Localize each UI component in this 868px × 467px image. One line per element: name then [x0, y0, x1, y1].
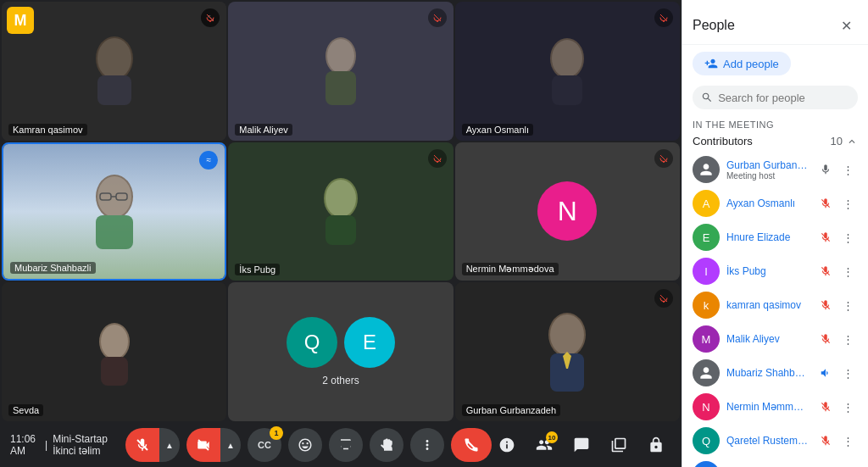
- mic-group: ▲: [125, 428, 180, 462]
- person-mic-button[interactable]: [815, 329, 836, 349]
- list-item[interactable]: E Hnure Elizade ⋮: [682, 220, 868, 254]
- person-info: Malik Aliyev: [726, 333, 809, 345]
- person-name: Gurban Gurbanzad... (You): [726, 159, 809, 171]
- bottom-right-controls: 10: [492, 430, 671, 460]
- list-item[interactable]: A Ayxan Osmanlı ⋮: [682, 186, 868, 220]
- person-more-button[interactable]: ⋮: [837, 261, 858, 281]
- avatar: [693, 359, 720, 386]
- list-item[interactable]: N Nermin Məmmədova ⋮: [682, 390, 868, 424]
- cc-button[interactable]: CC 1: [248, 428, 281, 462]
- list-item[interactable]: M Malik Aliyev ⋮: [682, 322, 868, 356]
- video-cell-kamran[interactable]: ⤡ Kamran qasimov: [2, 2, 226, 141]
- video-area: ⤡ Kamran qasimov: [0, 0, 682, 467]
- mic-overlay-nermin: [654, 149, 673, 168]
- person-more-button[interactable]: ⋮: [837, 227, 858, 247]
- person-mic-button[interactable]: [815, 295, 836, 315]
- person-name: Nermin Məmmədova: [726, 401, 809, 413]
- activities-button[interactable]: [604, 430, 634, 460]
- person-more-button[interactable]: ⋮: [837, 431, 858, 451]
- video-grid: ⤡ Kamran qasimov: [0, 0, 682, 423]
- person-more-button[interactable]: ⋮: [837, 295, 858, 315]
- meet-logo: M: [7, 7, 34, 34]
- avatar: E: [693, 224, 720, 251]
- collapse-icon[interactable]: [846, 136, 858, 147]
- camera-group: ▲: [186, 428, 241, 462]
- add-people-label: Add people: [723, 58, 779, 70]
- close-panel-button[interactable]: ✕: [834, 14, 858, 37]
- person-info: Hnure Elizade: [726, 231, 809, 243]
- video-cell-malik[interactable]: Malik Aliyev: [228, 2, 453, 141]
- video-cell-ayxan[interactable]: Ayxan Osmanlı: [455, 2, 680, 141]
- svg-rect-17: [96, 215, 133, 249]
- svg-point-24: [101, 325, 128, 359]
- add-people-button[interactable]: Add people: [693, 52, 791, 75]
- video-cell-gurban[interactable]: Gurban Gurbanzadeh: [455, 282, 680, 421]
- video-cell-nermin[interactable]: N Nermin Məmmədova: [455, 142, 680, 281]
- end-call-button[interactable]: [451, 428, 492, 462]
- person-more-button[interactable]: ⋮: [837, 159, 858, 180]
- search-box[interactable]: [693, 86, 858, 109]
- list-item[interactable]: Gurban Gurbanzad... (You) Meeting host ⋮: [682, 153, 868, 186]
- avatar: N: [693, 393, 720, 420]
- panel-header: People ✕: [682, 0, 868, 45]
- video-cell-iks[interactable]: İks Pubg: [228, 142, 453, 281]
- person-name: Qaretel Rustemova: [726, 435, 809, 447]
- meeting-title: Mini-Startap İkinci təlim: [53, 433, 125, 457]
- name-malik: Malik Aliyev: [235, 124, 292, 136]
- chat-button[interactable]: [566, 430, 597, 460]
- search-input[interactable]: [718, 92, 849, 104]
- person-more-button[interactable]: ⋮: [837, 363, 858, 383]
- person-actions: ⋮: [815, 227, 858, 247]
- raise-hand-button[interactable]: [370, 428, 403, 462]
- camera-chevron[interactable]: ▲: [220, 428, 241, 462]
- mic-chevron[interactable]: ▲: [159, 428, 180, 462]
- list-item[interactable]: I İks Pubg ⋮: [682, 254, 868, 288]
- video-cell-sevda[interactable]: Sevda: [2, 282, 226, 421]
- list-item[interactable]: S Sevda ⋮: [682, 458, 868, 467]
- person-more-button[interactable]: ⋮: [837, 193, 858, 214]
- more-options-button[interactable]: [410, 428, 444, 462]
- person-mic-button[interactable]: [815, 193, 836, 214]
- mic-button[interactable]: [125, 428, 159, 462]
- avatar: Q: [693, 427, 720, 454]
- avatar-nermin: N: [537, 181, 597, 241]
- meeting-info: 11:06 AM | Mini-Startap İkinci təlim: [10, 433, 125, 457]
- person-mic-button[interactable]: [815, 397, 836, 417]
- avatar: M: [693, 325, 720, 353]
- person-more-button[interactable]: ⋮: [837, 329, 858, 349]
- name-mubariz: Mubariz Shahbazli: [10, 262, 96, 274]
- person-name: Mubariz Shahbazli: [726, 367, 809, 379]
- lock-button[interactable]: [641, 430, 671, 460]
- person-name: kamran qasimov: [726, 299, 809, 311]
- meeting-time: 11:06 AM: [10, 433, 40, 457]
- person-info: kamran qasimov: [726, 299, 809, 311]
- emoji-button[interactable]: [288, 428, 322, 462]
- person-name: İks Pubg: [726, 265, 809, 277]
- person-mic-button[interactable]: [815, 431, 836, 451]
- camera-button[interactable]: [186, 428, 220, 462]
- person-sound-button[interactable]: [815, 363, 836, 383]
- panel-actions: Add people: [682, 45, 868, 82]
- info-button[interactable]: [492, 430, 522, 460]
- list-item[interactable]: Q Qaretel Rustemova ⋮: [682, 424, 868, 458]
- svg-rect-25: [101, 357, 128, 386]
- video-cell-mubariz[interactable]: ≈ Mubariz Shahbazli: [2, 142, 226, 281]
- person-actions: ⋮: [815, 363, 858, 383]
- present-button[interactable]: [329, 428, 363, 462]
- svg-point-9: [552, 40, 582, 77]
- svg-point-5: [327, 39, 354, 73]
- person-mic-button[interactable]: [815, 227, 836, 247]
- person-more-button[interactable]: ⋮: [837, 397, 858, 417]
- person-mic-button[interactable]: [815, 159, 836, 180]
- person-actions: ⋮: [815, 329, 858, 349]
- list-item[interactable]: Mubariz Shahbazli ⋮: [682, 356, 868, 390]
- person-actions: ⋮: [815, 261, 858, 281]
- video-cell-2others[interactable]: Q E 2 others: [228, 282, 453, 421]
- person-name: Ayxan Osmanlı: [726, 197, 809, 209]
- list-item[interactable]: k kamran qasimov ⋮: [682, 288, 868, 322]
- bottom-bar: 11:06 AM | Mini-Startap İkinci təlim ▲: [0, 423, 682, 467]
- mic-overlay-iks: [428, 149, 447, 168]
- name-iks: İks Pubg: [235, 264, 280, 275]
- people-button[interactable]: 10: [529, 430, 559, 460]
- person-mic-button[interactable]: [815, 261, 836, 281]
